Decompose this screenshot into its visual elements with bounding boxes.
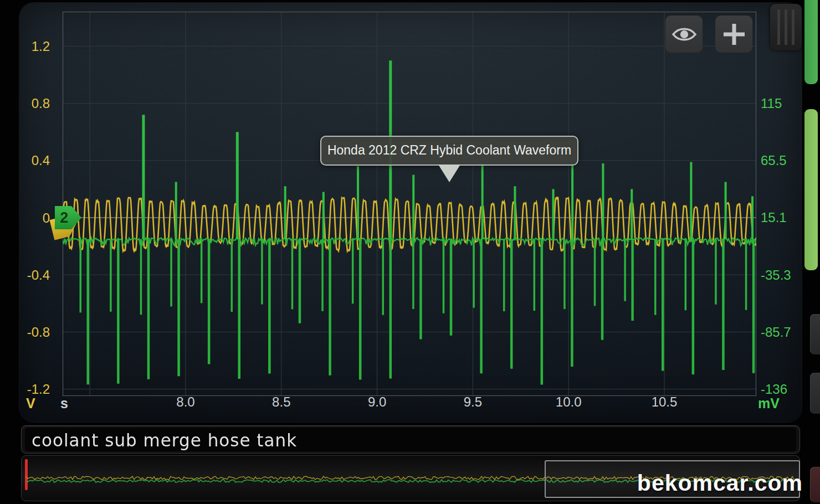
y-left-tick-label: 0.4 (22, 152, 50, 169)
y-right-tick-label: -85.7 (761, 324, 805, 341)
plus-icon (721, 21, 747, 48)
y-left-tick-label: 0.8 (22, 95, 50, 112)
handle-grip-icon (777, 9, 795, 45)
waveform-name-field: coolant sub merge hose tank (25, 428, 796, 451)
tooltip-arrow (438, 164, 460, 182)
y-right-tick-label: 65.5 (761, 152, 805, 169)
y-left-tick-label: -0.8 (22, 324, 50, 341)
y-left-tick-label: 0 (22, 210, 50, 227)
eye-icon (671, 21, 698, 48)
waveform-chart (63, 12, 756, 396)
x-axis-unit: s (60, 394, 68, 412)
y-right-tick-label: -35.3 (761, 267, 805, 284)
side-rail-button-1[interactable] (810, 314, 820, 354)
waveform-plot-area[interactable] (63, 12, 756, 396)
x-tick-label: 9.5 (450, 394, 495, 410)
y-axis-left-unit: V (26, 394, 35, 412)
side-rail-tab-green-top[interactable] (804, 0, 818, 84)
x-tick-label: 10.5 (642, 394, 686, 410)
y-axis-right-unit: mV (758, 394, 780, 412)
y-left-tick-label: -0.4 (22, 267, 50, 284)
waveform-name-bar: coolant sub merge hose tank (21, 425, 800, 454)
side-rail-button-2[interactable] (810, 373, 820, 414)
scope-app-screen: 1.20.80.40-0.4-0.8-1.2 11565.515.1-35.3-… (0, 0, 820, 504)
side-panel-handle[interactable] (770, 4, 802, 50)
y-right-tick-label: 115 (761, 95, 805, 112)
side-rail-button-3[interactable] (810, 467, 820, 502)
add-channel-button[interactable] (715, 16, 752, 53)
waveform-tooltip: Honda 2012 CRZ Hybid Coolant Waveform (320, 136, 578, 166)
x-tick-label: 9.0 (355, 394, 399, 410)
y-left-tick-label: 1.2 (22, 38, 50, 55)
visibility-button[interactable] (665, 16, 703, 53)
y-right-tick-label: 15.1 (761, 209, 805, 226)
channel-2-marker-label: 2 (55, 206, 74, 229)
x-tick-label: 8.0 (163, 394, 208, 410)
waveform-name-text: coolant sub merge hose tank (32, 430, 297, 451)
watermark-text: bekomcar.com (637, 470, 803, 496)
scope-panel: 1.20.80.40-0.4-0.8-1.2 11565.515.1-35.3-… (19, 3, 802, 422)
x-tick-label: 8.5 (259, 394, 304, 410)
tooltip-text: Honda 2012 CRZ Hybid Coolant Waveform (327, 143, 571, 157)
x-tick-label: 10.0 (546, 394, 591, 410)
side-rail-tab-green-mid[interactable] (804, 109, 818, 270)
